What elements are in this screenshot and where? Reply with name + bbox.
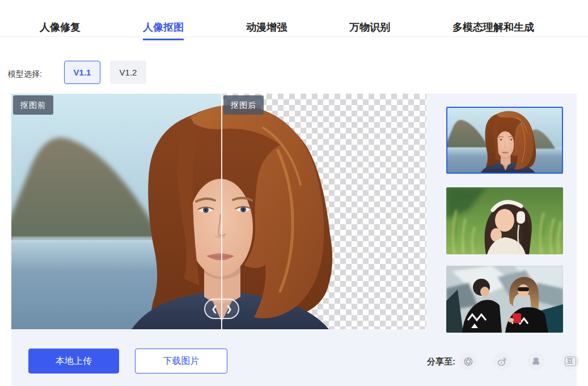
aperture-glyph <box>463 356 473 367</box>
thumbnail-girl-headphones[interactable] <box>446 187 563 254</box>
model-option-v1-1[interactable]: V1.1 <box>64 61 100 84</box>
model-option-v1-2[interactable]: V1.2 <box>110 61 146 84</box>
tab-portrait-matting[interactable]: 人像抠图 <box>143 20 184 40</box>
tab-object-recognition[interactable]: 万物识别 <box>349 20 390 40</box>
compare-slider-handle[interactable]: ❮ ❯ <box>204 299 239 319</box>
tab-anime-enhance[interactable]: 动漫增强 <box>246 20 287 40</box>
thumbnail-redhead-portrait[interactable] <box>446 107 563 174</box>
before-badge: 抠图前 <box>13 95 53 115</box>
tab-portrait-restore[interactable]: 人像修复 <box>40 20 81 40</box>
compare-viewer: 抠图前 抠图后 ❮ ❯ <box>11 94 426 329</box>
chevron-left-icon: ❮ <box>211 305 218 313</box>
share-icons-row: 豆 <box>459 353 579 370</box>
aperture-share-icon[interactable] <box>459 353 477 370</box>
local-upload-button[interactable]: 本地上传 <box>28 349 119 374</box>
thumbnail-two-women[interactable] <box>446 266 563 333</box>
weibo-glyph <box>497 356 507 367</box>
before-layer <box>11 94 222 329</box>
model-options: V1.1 V1.2 <box>64 61 146 84</box>
thumbnail-image-3 <box>446 266 563 333</box>
original-portrait-image <box>11 94 222 329</box>
qq-icon[interactable] <box>527 353 545 370</box>
top-tab-bar: 人像修复 人像抠图 动漫增强 万物识别 多模态理解和生成 <box>40 20 534 40</box>
douban-glyph: 豆 <box>565 356 576 366</box>
thumbnail-image-2 <box>446 187 563 254</box>
thumbnail-image-1 <box>447 108 562 173</box>
compare-divider-line[interactable] <box>221 94 222 329</box>
chevron-right-icon: ❯ <box>226 305 232 313</box>
douban-icon[interactable]: 豆 <box>561 353 579 370</box>
download-image-button[interactable]: 下载图片 <box>135 349 227 374</box>
qq-penguin-glyph <box>531 356 542 367</box>
weibo-icon[interactable] <box>493 353 511 370</box>
content-panel: 抠图前 抠图后 ❮ ❯ <box>11 94 577 386</box>
model-select-label: 模型选择: <box>8 69 42 79</box>
share-to-label: 分享至: <box>427 356 455 367</box>
tab-multimodal[interactable]: 多模态理解和生成 <box>452 20 534 40</box>
after-badge: 抠图后 <box>223 95 264 115</box>
